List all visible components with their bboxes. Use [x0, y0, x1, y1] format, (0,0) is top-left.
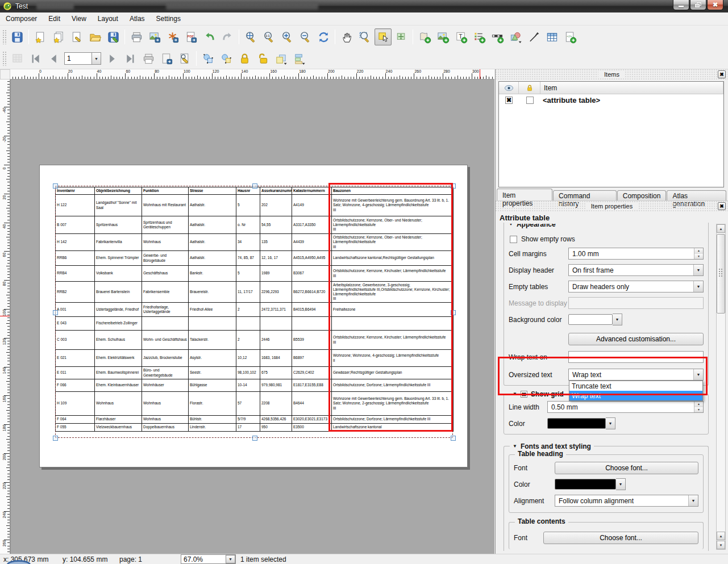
composer-manager-button[interactable]	[68, 28, 85, 45]
toolbar-drag-handle[interactable]	[2, 51, 7, 66]
menu-view[interactable]: View	[66, 13, 92, 24]
atlas-settings-button[interactable]	[176, 50, 193, 67]
previous-feature-button[interactable]	[45, 50, 62, 67]
export-as-image-button[interactable]	[146, 28, 163, 45]
composition-canvas[interactable]: InventarnrObjektbezeichnungFunktionStras…	[10, 80, 494, 554]
menu-edit[interactable]: Edit	[43, 13, 66, 24]
next-feature-button[interactable]	[103, 50, 120, 67]
lock-checkbox[interactable]	[526, 97, 534, 104]
add-new-map-button[interactable]	[416, 28, 433, 45]
export-as-svg-button[interactable]	[164, 28, 181, 45]
background-color-swatch[interactable]	[568, 314, 613, 325]
chevron-down-icon[interactable]: ▼	[688, 495, 698, 506]
attribute-table-item[interactable]: InventarnrObjektbezeichnungFunktionStras…	[55, 187, 454, 432]
lock-selected-items-button[interactable]	[236, 50, 253, 67]
print-button[interactable]	[128, 28, 145, 45]
minimize-button[interactable]	[673, 0, 689, 10]
chevron-down-icon[interactable]: ▼	[693, 265, 703, 275]
close-icon[interactable]: ✖	[718, 70, 726, 78]
align-items-button[interactable]	[290, 50, 307, 67]
zoom-level-combo[interactable]: 67.0% ▼	[181, 554, 236, 564]
first-feature-button[interactable]	[27, 50, 44, 67]
chevron-down-icon[interactable]: ▼	[606, 417, 615, 429]
chevron-down-icon[interactable]: ▼	[616, 478, 626, 490]
chevron-down-icon[interactable]: ▼	[693, 369, 703, 380]
selection-handle[interactable]	[53, 183, 58, 189]
atlas-page-combo[interactable]: ▼	[64, 52, 101, 65]
toolbar-drag-handle[interactable]	[2, 30, 7, 44]
cell-margins-spinbox[interactable]: 1.00 mm ▲ ▼	[568, 248, 704, 260]
zoom-full-button[interactable]	[242, 28, 259, 45]
duplicate-composition-button[interactable]	[50, 28, 67, 45]
save-as-template-button[interactable]	[105, 28, 122, 45]
menu-composer[interactable]: Composer	[0, 13, 43, 24]
close-button[interactable]: ✖	[707, 0, 723, 10]
last-feature-button[interactable]	[122, 50, 139, 67]
tab-atlas-generation[interactable]: Atlas generation	[667, 190, 726, 200]
advanced-customisation-button[interactable]: Advanced customisation...	[568, 333, 704, 345]
show-empty-rows-checkbox[interactable]	[510, 236, 517, 243]
heading-color-swatch[interactable]	[555, 479, 616, 490]
heading-choose-font-button[interactable]: Choose font...	[555, 462, 698, 474]
add-html-frame-button[interactable]: </>	[561, 28, 579, 45]
save-button[interactable]	[9, 28, 26, 45]
chevron-down-icon[interactable]: ▼	[91, 52, 101, 65]
add-label-button[interactable]: T	[452, 28, 469, 45]
spin-down-icon[interactable]: ▼	[694, 407, 703, 413]
show-grid-checkbox[interactable]: ✖	[521, 391, 527, 398]
select-move-item-button[interactable]	[375, 28, 392, 45]
group-items-button[interactable]	[272, 50, 289, 67]
undo-button[interactable]	[201, 28, 218, 45]
add-arrow-button[interactable]	[525, 28, 542, 45]
move-item-content-button[interactable]	[393, 28, 410, 45]
spin-up-icon[interactable]: ▲	[694, 248, 703, 254]
pan-button[interactable]	[338, 28, 355, 45]
redo-button[interactable]	[219, 28, 236, 45]
empty-tables-combo[interactable]: Draw headers only ▼	[568, 281, 704, 293]
export-as-pdf-button[interactable]: PDF	[182, 28, 199, 45]
add-attribute-table-button[interactable]	[543, 28, 560, 45]
tab-item-properties[interactable]: Item properties	[497, 189, 552, 200]
line-width-spinbox[interactable]: 0.50 mm ▲ ▼	[547, 401, 704, 413]
export-atlas-button[interactable]	[158, 50, 175, 67]
menu-settings[interactable]: Settings	[151, 13, 186, 24]
chevron-down-icon[interactable]: ▼	[613, 314, 622, 325]
tab-composition[interactable]: Composition	[617, 190, 667, 200]
open-composition-button[interactable]	[86, 28, 103, 45]
appearance-group-header[interactable]: ▼ Appearance	[509, 224, 704, 230]
add-legend-button[interactable]	[471, 28, 488, 45]
restore-button[interactable]	[690, 0, 706, 10]
invert-selection-button[interactable]	[218, 50, 235, 67]
tab-command-history[interactable]: Command history	[553, 190, 617, 200]
print-atlas-button[interactable]	[140, 50, 157, 67]
scrollbar-thumb[interactable]	[717, 234, 725, 314]
menu-layout[interactable]: Layout	[92, 13, 124, 24]
option-truncate-text[interactable]: Truncate text	[569, 381, 702, 391]
unlock-all-items-button[interactable]	[254, 50, 271, 67]
scroll-up-icon[interactable]: ▲	[717, 532, 725, 540]
zoom-region-button[interactable]	[356, 28, 373, 45]
heading-alignment-combo[interactable]: Follow column alignment ▼	[555, 495, 698, 507]
select-all-items-button[interactable]	[199, 50, 217, 67]
add-image-button[interactable]	[434, 28, 451, 45]
properties-scrollbar[interactable]: ▲ ▲ ▼	[716, 224, 726, 550]
add-scalebar-button[interactable]	[489, 28, 506, 45]
selection-handle[interactable]	[252, 183, 257, 189]
chevron-down-icon[interactable]: ▼	[693, 281, 703, 292]
paper-page[interactable]: InventarnrObjektbezeichnungFunktionStras…	[39, 165, 468, 467]
add-shape-button[interactable]	[507, 28, 524, 45]
grid-color-swatch[interactable]	[547, 418, 606, 429]
preview-atlas-button[interactable]	[9, 50, 26, 67]
title-bar[interactable]: Test ✖	[0, 0, 728, 12]
atlas-page-input[interactable]	[64, 52, 91, 65]
fonts-group-header[interactable]: ▼ Fonts and text styling	[510, 442, 594, 450]
close-icon[interactable]: ✖	[718, 202, 726, 210]
selection-handle[interactable]	[252, 436, 257, 441]
zoom-in-button[interactable]	[278, 28, 296, 45]
contents-choose-font-button[interactable]: Choose font...	[543, 532, 698, 544]
items-panel-titlebar[interactable]: Items ✖	[496, 69, 728, 80]
selection-handle[interactable]	[451, 310, 456, 315]
selection-handle[interactable]	[451, 436, 456, 441]
selection-handle[interactable]	[53, 310, 58, 315]
option-wrap-text[interactable]: Wrap text	[569, 391, 702, 400]
